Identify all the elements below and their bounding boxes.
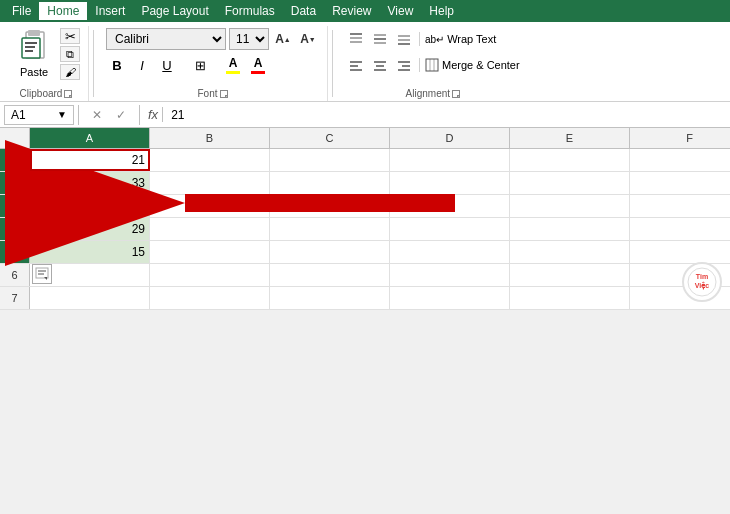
paste-options-button[interactable]: [32, 264, 52, 284]
cell-a5[interactable]: 15: [30, 241, 150, 263]
cell-reference-box[interactable]: A1 ▼: [4, 105, 74, 125]
menu-insert[interactable]: Insert: [87, 2, 133, 20]
cell-b6[interactable]: [150, 264, 270, 286]
menu-page-layout[interactable]: Page Layout: [133, 2, 216, 20]
align-left-button[interactable]: [345, 54, 367, 76]
menu-home[interactable]: Home: [39, 2, 87, 20]
cell-d1[interactable]: [390, 149, 510, 171]
cell-e2[interactable]: [510, 172, 630, 194]
cell-a7[interactable]: [30, 287, 150, 309]
cell-d6[interactable]: [390, 264, 510, 286]
confirm-formula-button[interactable]: ✓: [111, 105, 131, 125]
cell-c2[interactable]: [270, 172, 390, 194]
underline-button[interactable]: U: [156, 54, 178, 76]
menu-data[interactable]: Data: [283, 2, 324, 20]
clipboard-group: Paste ✂ ⧉ 🖌 Clipboard: [4, 26, 89, 101]
cell-b1[interactable]: [150, 149, 270, 171]
bot-align-button[interactable]: [393, 28, 415, 50]
cell-f1[interactable]: [630, 149, 730, 171]
align-center-button[interactable]: [369, 54, 391, 76]
merge-center-button[interactable]: Merge & Center: [424, 54, 521, 76]
increase-font-button[interactable]: A▲: [272, 28, 294, 50]
row-header-6[interactable]: 6: [0, 264, 30, 286]
merge-center-label: Merge & Center: [442, 59, 520, 71]
cell-d3[interactable]: [390, 195, 510, 217]
top-align-button[interactable]: [345, 28, 367, 50]
cell-f4[interactable]: [630, 218, 730, 240]
cell-a6[interactable]: [30, 264, 150, 286]
cell-d5[interactable]: [390, 241, 510, 263]
cell-e4[interactable]: [510, 218, 630, 240]
align-right-button[interactable]: [393, 54, 415, 76]
cell-a2[interactable]: 33: [30, 172, 150, 194]
cell-d2[interactable]: [390, 172, 510, 194]
cell-e7[interactable]: [510, 287, 630, 309]
col-header-d[interactable]: D: [390, 128, 510, 148]
cell-b5[interactable]: [150, 241, 270, 263]
cell-a1[interactable]: 21: [30, 149, 150, 171]
formula-input[interactable]: [167, 108, 726, 122]
cell-a3[interactable]: 16: [30, 195, 150, 217]
column-headers: A B C D E F: [0, 128, 730, 149]
cell-c7[interactable]: [270, 287, 390, 309]
col-header-c[interactable]: C: [270, 128, 390, 148]
corner-cell: [0, 128, 30, 148]
mid-align-button[interactable]: [369, 28, 391, 50]
cell-b7[interactable]: [150, 287, 270, 309]
font-name-select[interactable]: Calibri: [106, 28, 226, 50]
cell-c1[interactable]: [270, 149, 390, 171]
cell-e6[interactable]: [510, 264, 630, 286]
row-header-5[interactable]: 5: [0, 241, 30, 263]
alignment-expand-icon[interactable]: [452, 90, 460, 98]
row-header-1[interactable]: 1: [0, 149, 30, 171]
menu-file[interactable]: File: [4, 2, 39, 20]
cell-b3[interactable]: [150, 195, 270, 217]
align-divider1: [419, 32, 420, 46]
col-header-a[interactable]: A: [30, 128, 150, 148]
fill-color-button[interactable]: A: [222, 54, 244, 76]
decrease-font-button[interactable]: A▼: [297, 28, 319, 50]
cut-button[interactable]: ✂: [60, 28, 80, 44]
menu-formulas[interactable]: Formulas: [217, 2, 283, 20]
col-header-f[interactable]: F: [630, 128, 730, 148]
cell-f3[interactable]: [630, 195, 730, 217]
font-size-select[interactable]: 11: [229, 28, 269, 50]
cell-f5[interactable]: [630, 241, 730, 263]
clipboard-expand-icon[interactable]: [64, 90, 72, 98]
cell-b2[interactable]: [150, 172, 270, 194]
cell-e1[interactable]: [510, 149, 630, 171]
cell-d7[interactable]: [390, 287, 510, 309]
menu-view[interactable]: View: [380, 2, 422, 20]
cancel-formula-button[interactable]: ✕: [87, 105, 107, 125]
cell-b4[interactable]: [150, 218, 270, 240]
font-color-button[interactable]: A: [247, 54, 269, 76]
paste-button[interactable]: Paste: [12, 28, 56, 80]
italic-button[interactable]: I: [131, 54, 153, 76]
cell-c5[interactable]: [270, 241, 390, 263]
cell-f2[interactable]: [630, 172, 730, 194]
paste-icon: [18, 30, 50, 66]
row-header-7[interactable]: 7: [0, 287, 30, 309]
row-header-3[interactable]: 3: [0, 195, 30, 217]
border-button[interactable]: ⊞: [189, 54, 211, 76]
cell-c4[interactable]: [270, 218, 390, 240]
format-painter-button[interactable]: 🖌: [60, 64, 80, 80]
cell-d4[interactable]: [390, 218, 510, 240]
col-header-e[interactable]: E: [510, 128, 630, 148]
copy-button[interactable]: ⧉: [60, 46, 80, 62]
menu-help[interactable]: Help: [421, 2, 462, 20]
cell-c3[interactable]: [270, 195, 390, 217]
row-header-4[interactable]: 4: [0, 218, 30, 240]
cell-c6[interactable]: [270, 264, 390, 286]
menu-review[interactable]: Review: [324, 2, 379, 20]
cell-e3[interactable]: [510, 195, 630, 217]
wrap-text-button[interactable]: ab↵ Wrap Text: [424, 28, 497, 50]
clipboard-small-buttons: ✂ ⧉ 🖌: [60, 28, 80, 80]
row-header-2[interactable]: 2: [0, 172, 30, 194]
col-header-b[interactable]: B: [150, 128, 270, 148]
bold-button[interactable]: B: [106, 54, 128, 76]
cell-e5[interactable]: [510, 241, 630, 263]
cell-ref-dropdown-icon[interactable]: ▼: [57, 109, 67, 120]
font-expand-icon[interactable]: [220, 90, 228, 98]
cell-a4[interactable]: 29: [30, 218, 150, 240]
